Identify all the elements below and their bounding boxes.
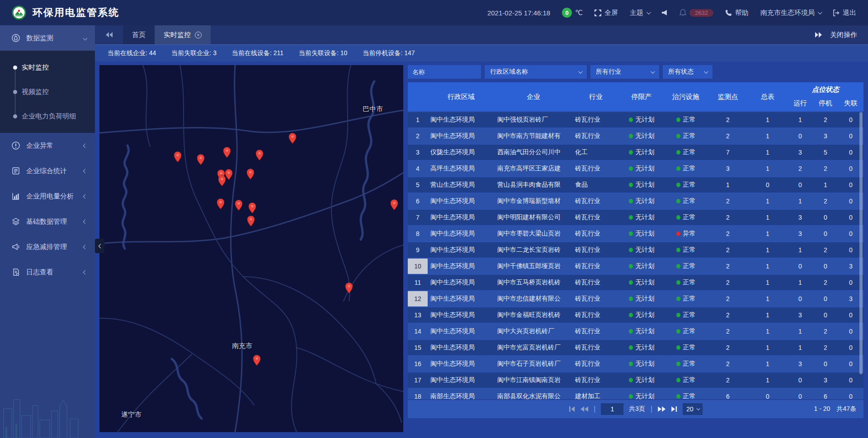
logout-button[interactable]: 退出 <box>833 9 856 17</box>
table-row[interactable]: 8 阆中生态环境局 阆中市枣碧大梁山页岩 砖瓦行业 无计划 异常 2 1 3 0… <box>408 226 863 241</box>
tabs-scroll-left-button[interactable] <box>101 32 118 38</box>
map-pin[interactable] <box>223 147 231 158</box>
cell-stopped: 2 <box>813 246 838 254</box>
organization-dropdown[interactable]: 南充市生态环境局 <box>760 9 821 17</box>
map-pin[interactable] <box>253 355 261 366</box>
cell-limit-status: 无计划 <box>619 116 664 124</box>
bar-chart-icon <box>12 192 20 200</box>
sidebar-item-2[interactable]: 企业综合统计 <box>0 158 95 184</box>
map-pin[interactable] <box>289 133 297 144</box>
name-search-input[interactable] <box>408 65 481 79</box>
sidebar-subitem-0-2[interactable]: 企业电力负荷明细 <box>0 104 95 128</box>
status-dot <box>629 394 633 399</box>
sidebar-subitem-0-0[interactable]: 实时监控 <box>0 55 95 80</box>
map-pin[interactable] <box>174 151 181 162</box>
cell-points: 2 <box>708 295 748 302</box>
map-pin-icon <box>218 175 226 186</box>
cell-region: 南部生态环境局 <box>428 392 495 399</box>
sidebar-item-3[interactable]: 企业用电量分析 <box>0 184 95 209</box>
cell-meters: 1 <box>748 246 788 254</box>
cell-facility-status: 正常 <box>664 116 708 124</box>
sidebar-item-0[interactable]: 数据监测 <box>0 25 95 51</box>
close-operations-button[interactable]: 关闭操作 <box>830 31 857 39</box>
table-row[interactable]: 7 阆中生态环境局 阆中明阳建材有限公司 砖瓦行业 无计划 正常 2 1 3 0… <box>408 210 863 225</box>
cell-points: 2 <box>708 328 748 335</box>
table-row[interactable]: 9 阆中生态环境局 阆中市二龙长宝页岩砖 砖瓦行业 无计划 正常 2 1 1 2… <box>408 242 863 258</box>
cell-limit-status: 无计划 <box>619 262 664 270</box>
theme-dropdown[interactable]: 主题 <box>630 9 650 17</box>
region-select[interactable]: 行政区域名称 <box>485 65 587 79</box>
last-page-button[interactable] <box>671 406 677 412</box>
map-pin[interactable] <box>256 150 264 160</box>
map-pin[interactable] <box>247 216 255 226</box>
table-row[interactable]: 15 阆中生态环境局 阆中市光富页岩机砖厂 砖瓦行业 无计划 正常 2 1 1 … <box>408 340 863 355</box>
map-canvas[interactable]: 巴中市南充市遂宁市 <box>99 65 403 432</box>
table-row[interactable]: 12 阆中生态环境局 阆中市忠信建材有限公 砖瓦行业 无计划 正常 2 1 0 … <box>408 291 863 306</box>
table-row[interactable]: 2 阆中生态环境局 阆中市南方节能建材有 砖瓦行业 无计划 正常 2 1 0 3… <box>408 128 863 144</box>
cell-industry: 砖瓦行业 <box>572 295 619 303</box>
map-pin[interactable] <box>345 283 353 293</box>
cell-facility-status: 异常 <box>664 230 708 238</box>
cell-points: 1 <box>708 181 748 188</box>
volume-button[interactable] <box>661 9 668 16</box>
tab-realtime-monitor[interactable]: 实时监控 × <box>155 25 211 44</box>
sidebar-subitem-0-1[interactable]: 视频监控 <box>0 80 95 104</box>
table-row[interactable]: 6 阆中生态环境局 阆中市金博瑞新型墙材 砖瓦行业 无计划 正常 2 1 1 2… <box>408 193 863 209</box>
stat-item: 当前失联企业: 3 <box>171 49 217 57</box>
table-row[interactable]: 3 仪陇生态环境局 西南油气田分公司川中 化工 无计划 正常 7 1 3 5 0 <box>408 145 863 160</box>
table-header: 行政区域 企业 行业 停限产 治污设施 监测点 总表 点位状态 运行 停机 失联 <box>408 82 863 111</box>
table-row[interactable]: 10 阆中生态环境局 阆中千佛镇五郎垭页岩 砖瓦行业 无计划 正常 2 1 0 … <box>408 259 863 274</box>
previous-page-button[interactable] <box>580 406 588 412</box>
status-dot <box>676 134 680 138</box>
map-pin[interactable] <box>249 203 256 213</box>
sidebar-item-6[interactable]: 日志查看 <box>0 259 95 285</box>
cell-industry: 砖瓦行业 <box>572 116 619 124</box>
double-chevron-right-icon[interactable] <box>815 32 822 38</box>
table-row[interactable]: 18 南部生态环境局 南部县双化水泥有限公 建材加工 无计划 正常 6 0 0 … <box>408 389 863 399</box>
map-pin[interactable] <box>390 199 398 210</box>
cell-region: 阆中生态环境局 <box>428 213 495 221</box>
first-page-button[interactable] <box>569 406 575 412</box>
sidebar-item-4[interactable]: 基础数据管理 <box>0 209 95 234</box>
industry-select[interactable]: 所有行业 <box>590 65 659 79</box>
row-index: 17 <box>408 372 428 388</box>
table-row[interactable]: 5 营山生态环境局 营山县润丰肉食品有限 食品 无计划 正常 1 0 0 1 0 <box>408 177 863 193</box>
status-dot <box>629 297 633 301</box>
table-row[interactable]: 4 高坪生态环境局 南充市高坪区王家店建 砖瓦行业 无计划 正常 3 1 2 2… <box>408 161 863 176</box>
table-row[interactable]: 1 阆中生态环境局 阆中强锐页岩砖厂 砖瓦行业 无计划 正常 2 1 1 2 0 <box>408 112 863 127</box>
cell-industry: 建材加工 <box>572 392 619 399</box>
page-number-input[interactable] <box>601 403 623 415</box>
page-size-select[interactable]: 20 <box>683 403 703 415</box>
table-row[interactable]: 11 阆中生态环境局 阆中市五马桥页岩机砖 砖瓦行业 无计划 正常 2 1 1 … <box>408 275 863 290</box>
tab-close-icon[interactable]: × <box>195 32 202 38</box>
table-row[interactable]: 14 阆中生态环境局 阆中大兴页岩机砖厂 砖瓦行业 无计划 正常 2 1 1 2… <box>408 324 863 339</box>
cell-region: 高坪生态环境局 <box>428 165 495 173</box>
chevron-down-icon <box>83 36 88 40</box>
fullscreen-button[interactable]: 全屏 <box>594 9 618 17</box>
table-row[interactable]: 13 阆中生态环境局 阆中市金福旺页岩机砖 砖瓦行业 无计划 正常 2 1 3 … <box>408 307 863 323</box>
status-select[interactable]: 所有状态 <box>663 65 712 79</box>
cell-points: 7 <box>708 149 748 156</box>
sidebar-item-1[interactable]: 企业异常 <box>0 133 95 158</box>
map-pin[interactable] <box>235 200 242 211</box>
map-pin[interactable] <box>217 198 225 209</box>
cell-facility-status: 正常 <box>664 181 708 189</box>
map-pin[interactable] <box>246 169 254 179</box>
cell-limit-status: 无计划 <box>619 230 664 238</box>
help-button[interactable]: 帮助 <box>725 9 749 17</box>
cell-stopped: 0 <box>813 311 838 319</box>
sidebar-item-5[interactable]: 应急减排管理 <box>0 234 95 259</box>
next-page-button[interactable] <box>658 406 665 412</box>
table-scrollbar-thumb[interactable] <box>859 112 863 374</box>
map-pin[interactable] <box>197 154 205 165</box>
status-dot <box>629 199 633 203</box>
total-pages-label: 共3页 <box>629 405 645 413</box>
notifications-button[interactable]: 2632 <box>679 9 713 17</box>
table-row[interactable]: 17 阆中生态环境局 阆中市江南镇阆南页岩 砖瓦行业 无计划 正常 2 1 0 … <box>408 372 863 388</box>
cell-meters: 1 <box>748 198 788 205</box>
tab-home[interactable]: 首页 <box>123 25 155 44</box>
table-row[interactable]: 16 阆中生态环境局 阆中市石子页岩机砖厂 砖瓦行业 无计划 正常 2 1 3 … <box>408 356 863 372</box>
collapse-panel-button[interactable] <box>95 239 104 253</box>
cell-points: 2 <box>708 263 748 270</box>
map-pin[interactable] <box>218 175 226 186</box>
